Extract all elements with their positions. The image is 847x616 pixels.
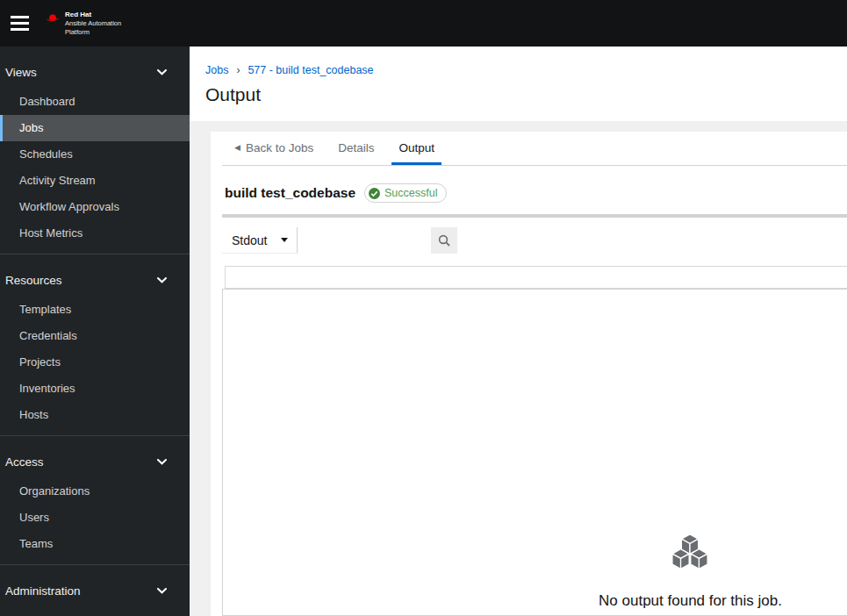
tab-output[interactable]: Output <box>391 132 441 165</box>
masthead: Red Hat Ansible Automation Platform <box>0 0 847 47</box>
success-check-icon <box>369 188 380 199</box>
tab-label: Back to Jobs <box>246 141 313 154</box>
main-content: Jobs›577 - build test_codebase Output ◀B… <box>190 47 847 616</box>
cubes-icon <box>671 533 709 571</box>
sidebar-item-templates[interactable]: Templates <box>0 297 190 323</box>
sidebar-nav: ViewsDashboardJobsSchedulesActivity Stre… <box>0 47 190 616</box>
tab-details[interactable]: Details <box>331 132 381 165</box>
nav-section-toggle-administration[interactable]: Administration <box>0 581 190 600</box>
job-name: build test_codebase <box>225 185 355 201</box>
search-icon <box>438 234 450 247</box>
chevron-down-icon <box>157 69 167 75</box>
app-window: Red Hat Ansible Automation Platform View… <box>0 0 847 616</box>
sidebar-item-schedules[interactable]: Schedules <box>0 141 190 168</box>
sidebar-item-workflow-approvals[interactable]: Workflow Approvals <box>0 194 190 220</box>
output-events-header-row[interactable] <box>225 266 847 289</box>
page-body: ◀Back to JobsDetailsOutput build test_co… <box>190 121 847 616</box>
sidebar-item-projects[interactable]: Projects <box>0 349 190 376</box>
nav-section-access: AccessOrganizationsUsersTeams <box>0 435 190 564</box>
output-pane: No output found for this job. <box>222 289 847 616</box>
caret-down-icon <box>281 238 288 242</box>
tab-label: Details <box>338 141 374 154</box>
empty-state-message: No output found for this job. <box>599 592 782 610</box>
sidebar-item-teams[interactable]: Teams <box>0 531 190 557</box>
nav-toggle-button[interactable] <box>7 9 33 38</box>
job-output-card: ◀Back to JobsDetailsOutput build test_co… <box>211 132 847 616</box>
status-badge-label: Successful <box>384 187 437 199</box>
sidebar-item-host-metrics[interactable]: Host Metrics <box>0 220 190 247</box>
brand-logo: Red Hat Ansible Automation Platform <box>46 11 121 36</box>
nav-section-toggle-access[interactable]: Access <box>0 452 190 471</box>
sidebar-item-jobs[interactable]: Jobs <box>0 115 190 141</box>
nav-section-label: Administration <box>5 584 81 598</box>
nav-section-label: Views <box>5 66 37 79</box>
page-header: Jobs›577 - build test_codebase Output <box>190 47 847 121</box>
job-header-row: build test_codebase Successful <box>222 166 847 214</box>
nav-section-toggle-resources[interactable]: Resources <box>0 270 190 290</box>
brand-name: Red Hat <box>65 11 121 19</box>
nav-section-views: ViewsDashboardJobsSchedulesActivity Stre… <box>0 47 190 254</box>
sidebar-item-users[interactable]: Users <box>0 505 190 531</box>
nav-section-label: Resources <box>5 274 62 287</box>
nav-section-toggle-views[interactable]: Views <box>0 62 190 82</box>
empty-state: No output found for this job. <box>599 533 782 610</box>
chevron-down-icon <box>157 277 167 283</box>
chevron-down-icon <box>157 459 167 465</box>
nav-section-administration: AdministrationCredential Types <box>0 564 190 616</box>
nav-section-label: Access <box>5 455 44 469</box>
sidebar-item-organizations[interactable]: Organizations <box>0 478 190 505</box>
brand-product-line1: Ansible Automation <box>65 19 121 27</box>
sidebar-item-credentials[interactable]: Credentials <box>0 323 190 349</box>
tab-label: Output <box>398 141 434 154</box>
sidebar-item-dashboard[interactable]: Dashboard <box>0 89 190 115</box>
chevron-down-icon <box>157 588 167 594</box>
page-title: Output <box>205 84 847 105</box>
section-divider <box>222 214 847 218</box>
breadcrumb-link-jobs[interactable]: Jobs <box>205 64 228 76</box>
hamburger-icon <box>11 16 29 18</box>
breadcrumb: Jobs›577 - build test_codebase <box>205 64 847 76</box>
brand-product-line2: Platform <box>65 28 121 36</box>
output-filter-selected: Stdout <box>232 233 267 247</box>
tab-bar: ◀Back to JobsDetailsOutput <box>222 132 847 166</box>
redhat-fedora-icon <box>46 12 60 24</box>
breadcrumb-separator: › <box>236 64 240 76</box>
breadcrumb-link-577-build-test-codebase[interactable]: 577 - build test_codebase <box>248 64 373 76</box>
output-filter-dropdown[interactable]: Stdout <box>222 227 298 254</box>
nav-section-resources: ResourcesTemplatesCredentialsProjectsInv… <box>0 254 190 435</box>
status-badge[interactable]: Successful <box>364 183 447 203</box>
sidebar-item-inventories[interactable]: Inventories <box>0 376 190 402</box>
sidebar-item-hosts[interactable]: Hosts <box>0 402 190 428</box>
back-arrow-icon: ◀ <box>234 144 240 152</box>
tab-back-to-jobs[interactable]: ◀Back to Jobs <box>227 132 320 165</box>
search-input[interactable] <box>298 227 431 254</box>
sidebar-item-activity-stream[interactable]: Activity Stream <box>0 168 190 194</box>
sidebar-item-credential-types[interactable]: Credential Types <box>0 607 190 616</box>
search-button[interactable] <box>431 227 457 254</box>
output-toolbar: Stdout <box>222 227 847 254</box>
